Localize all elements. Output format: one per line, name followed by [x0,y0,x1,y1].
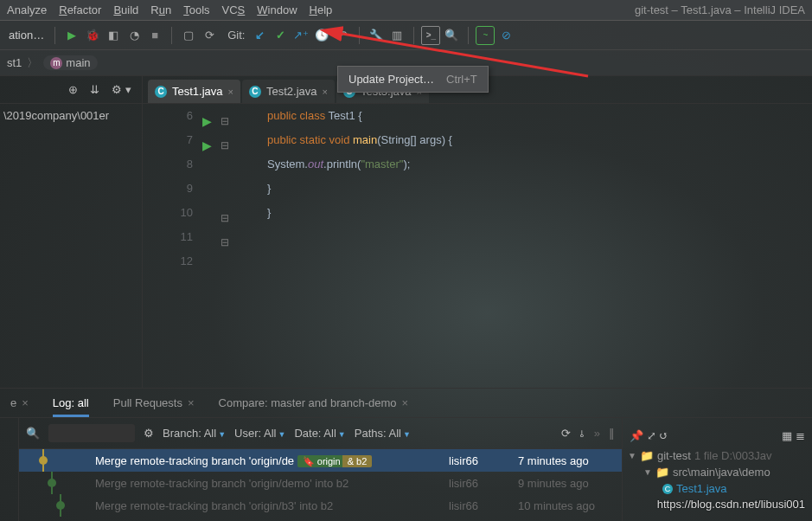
tab-pull-requests[interactable]: Pull Requests× [113,396,195,409]
tab-compare[interactable]: Compare: master and branch-demo× [219,396,409,409]
profile-icon[interactable]: ◔ [125,26,144,45]
vcs-cherry-pick-icon[interactable]: ⫰ [579,427,585,440]
tree-root[interactable]: ▼📁 git-test 1 file D:\003Jav [628,447,807,464]
collapse-all-icon[interactable]: ⇊ [90,83,99,96]
gutter: 6▶⊟7▶⊟8910⊟11⊟12 [143,104,215,388]
vcs-update-icon[interactable]: ↙ [250,26,269,45]
vcs-search-input[interactable] [48,424,135,442]
menu-analyze[interactable]: Analyze [7,3,47,16]
editor-area: CTest1.java×CTest2.java×CTest3.java× 6▶⊟… [143,76,812,388]
fold-icon[interactable]: ⊟ [221,133,229,158]
java-class-icon: C [155,86,167,98]
menu-window[interactable]: Window [257,3,297,16]
menu-bar: Analyze Refactor Build Run Tools VCS Win… [0,0,812,21]
breadcrumb-method[interactable]: m main [43,55,97,70]
vcs-pause-icon[interactable]: ‖ [609,427,615,440]
group-icon[interactable]: ▦ [782,429,792,442]
ide-update-icon[interactable]: ⊘ [496,26,515,45]
tree-file[interactable]: C Test1.java [628,480,807,497]
tab-log[interactable]: Log: all [53,396,89,417]
method-badge-icon: m [50,57,62,69]
filter-user[interactable]: User: All▼ [234,427,285,440]
project-structure-icon[interactable]: ▥ [387,26,406,45]
tool-window-tabs: e× Log: all Pull Requests× Compare: mast… [0,388,812,417]
editor-tab[interactable]: CTest1.java× [148,80,240,103]
coverage-icon[interactable]: ◧ [104,26,123,45]
vcs-log-toolbar: 🔍 ⚙ Branch: All▼ User: All▼ Date: All▼ P… [19,418,622,449]
stop-icon[interactable]: ■ [145,26,164,45]
vcs-commit-icon[interactable]: ✓ [271,26,290,45]
close-icon[interactable]: × [323,87,328,97]
menu-run[interactable]: Run [150,3,171,16]
filter-branch[interactable]: Branch: All▼ [163,427,226,440]
terminal-icon[interactable]: >_ [421,26,440,45]
settings-gear-icon[interactable]: ⚙ ▾ [112,83,131,96]
watermark: https://blog.csdn.net/libusi001 [657,498,805,511]
run-gutter-icon[interactable]: ▶ [202,109,212,133]
search-everywhere-icon[interactable]: 🔍 [442,26,461,45]
vcs-filter-settings-icon[interactable]: ⚙ [144,427,154,440]
run-config-selector[interactable]: ation… [5,26,48,45]
pin-icon[interactable]: 📌 [630,429,643,442]
commit-row[interactable]: Merge remote-tracking branch 'origin/de … [19,449,622,472]
history-icon[interactable]: ↺ [659,429,668,442]
close-icon[interactable]: × [228,87,233,97]
editor-tab[interactable]: CTest2.java× [242,80,335,103]
code-editor[interactable]: public class Test1 { public static void … [215,104,812,388]
menu-refactor[interactable]: Refactor [59,3,101,16]
select-opened-file-icon[interactable]: ⊕ [68,83,78,96]
list-icon[interactable]: ≣ [796,429,805,442]
run-icon[interactable]: ▶ [62,26,81,45]
debug-icon[interactable]: 🐞 [83,26,102,45]
menu-tools[interactable]: Tools [183,3,209,16]
vcs-left-gutter [0,418,19,521]
java-class-icon: C [249,86,261,98]
filter-paths[interactable]: Paths: All▼ [355,427,411,440]
vcs-refresh-icon[interactable]: ⟳ [561,427,571,440]
tree-folder[interactable]: ▼📁 src\main\java\demo [628,464,807,480]
project-path[interactable]: \2019company\001er [0,104,142,127]
commit-row[interactable]: Merge remote-tracking branch 'origin/dem… [19,472,622,494]
breadcrumb-class[interactable]: st1 [7,56,22,69]
menu-help[interactable]: Help [310,3,333,16]
fold-icon[interactable]: ⊟ [221,206,229,230]
profile-avatar-icon[interactable]: ~ [476,26,495,45]
layout-icon[interactable]: ▢ [179,26,198,45]
fold-icon[interactable]: ⊟ [221,230,229,254]
tab-unknown[interactable]: e× [10,396,29,409]
commit-row[interactable]: Merge remote-tracking branch 'origin/b3'… [19,494,622,517]
menu-build[interactable]: Build [113,3,138,16]
menu-vcs[interactable]: VCS [222,3,246,16]
window-title: git-test – Test1.java – IntelliJ IDEA [635,3,805,16]
settings-icon[interactable]: 🔧 [367,26,386,45]
vcs-rollback-icon[interactable]: ↶ [333,26,352,45]
commits-list: Merge remote-tracking branch 'origin/de … [19,449,622,521]
refresh-icon[interactable]: ⟳ [200,26,219,45]
tooltip: Update Project… Ctrl+T [337,66,489,93]
vcs-push-icon[interactable]: ↗⁺ [291,26,310,45]
expand-icon[interactable]: ⤢ [647,429,656,442]
fold-icon[interactable]: ⊟ [221,109,229,133]
filter-date[interactable]: Date: All▼ [294,427,345,440]
tooltip-shortcut: Ctrl+T [446,73,477,86]
tooltip-text: Update Project… [348,73,434,86]
git-label: Git: [227,29,245,42]
project-panel: ⊕ ⇊ ⚙ ▾ \2019company\001er [0,76,143,388]
main-toolbar: ation… ▶ 🐞 ◧ ◔ ■ ▢ ⟳ Git: ↙ ✓ ↗⁺ 🕓 ↶ 🔧 ▥… [0,21,812,50]
vcs-history-icon[interactable]: 🕓 [312,26,331,45]
run-gutter-icon[interactable]: ▶ [202,133,212,158]
